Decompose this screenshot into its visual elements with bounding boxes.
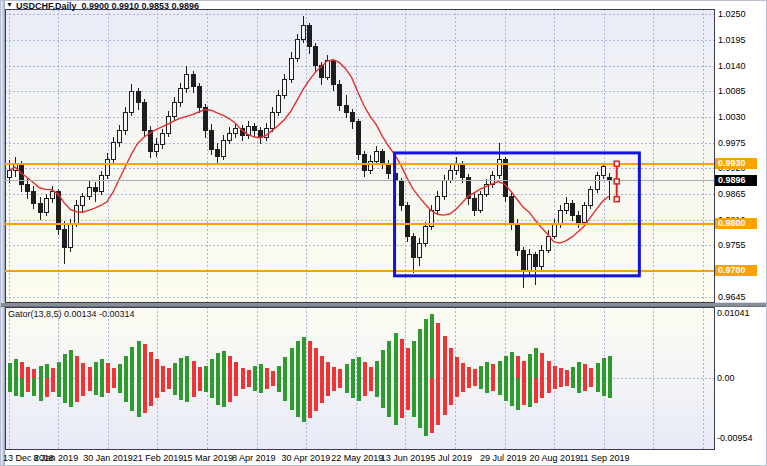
date-axis-label: 8 Apr 2019 — [232, 453, 276, 463]
indicator-axis-label: 0.00 — [717, 373, 735, 383]
symbol-info-bar: ▼USDCHF,Daily 0.9900 0.9910 0.9853 0.989… — [6, 1, 199, 11]
ohlc-values: 0.9900 0.9910 0.9853 0.9896 — [81, 1, 199, 11]
date-axis-label: 21 Feb 2019 — [133, 453, 184, 463]
date-axis-label: 13 Jun 2019 — [381, 453, 431, 463]
chart-canvas[interactable]: 1.02501.01951.01401.00851.00300.99750.99… — [1, 1, 767, 466]
date-axis-label: 15 Mar 2019 — [182, 453, 233, 463]
price-axis-label: 1.0250 — [718, 9, 746, 19]
price-axis-label: 1.0030 — [718, 112, 746, 122]
indicator-name: Gator(13,8,5) — [8, 309, 62, 319]
measure-tool-handle[interactable] — [614, 197, 619, 202]
indicator-axis-label: -0.00954 — [717, 433, 753, 443]
price-tag-orange-9800: 0.9800 — [715, 218, 757, 229]
chevron-down-icon[interactable]: ▼ — [6, 1, 13, 8]
price-axis-label: 0.9865 — [718, 189, 746, 199]
indicator-axis-label: 0.01041 — [717, 308, 750, 318]
current-price-tag: 0.9896 — [715, 175, 757, 186]
price-tag-orange-9930: 0.9930 — [715, 158, 757, 169]
chart-window: 1.02501.01951.01401.00851.00300.99750.99… — [0, 0, 767, 466]
symbol-period-label: USDCHF,Daily — [16, 1, 77, 11]
date-axis-label: 29 Jul 2019 — [480, 453, 527, 463]
price-axis-label: 1.0085 — [718, 86, 746, 96]
date-axis-label: 20 Aug 2019 — [530, 453, 581, 463]
price-axis-label: 1.0140 — [718, 61, 746, 71]
price-tag-orange-9700: 0.9700 — [715, 265, 757, 276]
indicator-values: 0.00134 -0.00314 — [64, 309, 135, 319]
price-axis-label: 0.9645 — [718, 292, 746, 302]
date-axis-label: 11 Sep 2019 — [579, 453, 629, 463]
price-axis-label: 1.0195 — [718, 35, 746, 45]
date-axis-label: 5 Jul 2019 — [430, 453, 472, 463]
gator-histogram — [8, 314, 612, 436]
date-axis-label: 30 Jan 2019 — [83, 453, 133, 463]
date-axis-label: 8 Jan 2019 — [34, 453, 79, 463]
measure-tool-handle[interactable] — [614, 179, 619, 184]
indicator-label: Gator(13,8,5) 0.00134 -0.00314 — [8, 309, 135, 319]
measure-tool-handle[interactable] — [614, 161, 619, 166]
price-axis-label: 0.9755 — [718, 240, 746, 250]
measure-tool[interactable] — [614, 161, 619, 202]
price-axis-label: 0.9975 — [718, 138, 746, 148]
date-axis-label: 30 Apr 2019 — [282, 453, 331, 463]
date-axis-label: 22 May 2019 — [331, 453, 383, 463]
